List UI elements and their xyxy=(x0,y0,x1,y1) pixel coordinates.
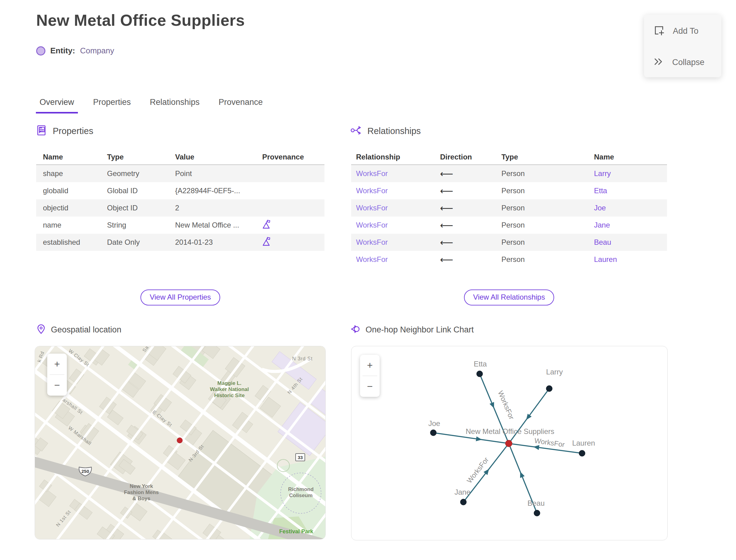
column-header: Type xyxy=(107,153,175,161)
map-pin-icon xyxy=(36,324,46,336)
map-poi-label: RichmondColiseum xyxy=(288,486,313,498)
chart-node-Jane[interactable] xyxy=(460,499,466,505)
column-header: Name xyxy=(594,153,672,161)
tab-overview[interactable]: Overview xyxy=(36,98,78,113)
chart-zoom-control: + − xyxy=(360,355,380,397)
table-header-row: RelationshipDirectionTypeName xyxy=(351,150,667,165)
direction-arrow: ⟵ xyxy=(440,203,501,213)
chart-zoom-out-button[interactable]: − xyxy=(360,376,380,397)
property-value: {A228944F-0EF5-... xyxy=(175,186,262,195)
provenance-flag-icon[interactable] xyxy=(262,236,331,248)
link-chart-section-header: One-hop Neighbor Link Chart xyxy=(350,324,474,336)
properties-icon xyxy=(36,125,48,137)
view-all-properties-button[interactable]: View All Properties xyxy=(140,290,220,305)
relationship-link[interactable]: WorksFor xyxy=(356,186,440,195)
svg-text:250: 250 xyxy=(81,469,89,474)
property-name: name xyxy=(43,221,107,229)
column-header: Name xyxy=(43,153,107,161)
properties-section-header: Properties xyxy=(36,125,93,137)
column-header: Provenance xyxy=(262,153,331,161)
relationship-link[interactable]: WorksFor xyxy=(356,221,440,229)
chart-zoom-in-button[interactable]: + xyxy=(360,355,380,376)
view-all-relationships-button[interactable]: View All Relationships xyxy=(464,290,554,305)
tab-properties[interactable]: Properties xyxy=(90,98,135,113)
add-to-map-icon xyxy=(653,25,665,37)
relationship-type: Person xyxy=(501,238,594,247)
property-value: 2014-01-23 xyxy=(175,238,262,247)
chart-node-label: Beau xyxy=(527,499,545,507)
relationship-type: Person xyxy=(501,169,594,178)
chart-center-node[interactable] xyxy=(505,440,512,447)
chart-node-Lauren[interactable] xyxy=(579,450,585,456)
property-value: 2 xyxy=(175,204,262,212)
relationships-section-title: Relationships xyxy=(367,126,421,136)
entity-type-icon xyxy=(36,46,45,56)
related-entity-link[interactable]: Lauren xyxy=(594,255,672,264)
tab-relationships[interactable]: Relationships xyxy=(146,98,203,113)
property-type: Global ID xyxy=(107,186,175,195)
chevrons-right-icon xyxy=(653,57,664,67)
chart-node-label: Lauren xyxy=(572,439,595,447)
property-value: Point xyxy=(175,169,262,178)
chart-node-Joe[interactable] xyxy=(430,430,436,436)
relationship-row: WorksFor⟵PersonJane xyxy=(351,217,667,234)
highway-shield-33: 33 xyxy=(296,454,305,461)
add-to-button[interactable]: Add To xyxy=(653,25,699,37)
geospatial-section-title: Geospatial location xyxy=(51,325,121,335)
property-value: New Metal Office ... xyxy=(175,221,262,229)
map-zoom-in-button[interactable]: + xyxy=(47,354,67,374)
direction-arrow: ⟵ xyxy=(440,254,501,265)
property-row: nameStringNew Metal Office ... xyxy=(36,217,324,234)
relationship-row: WorksFor⟵PersonLarry xyxy=(351,165,667,182)
property-row: shapeGeometryPoint xyxy=(36,165,324,182)
collapse-button[interactable]: Collapse xyxy=(653,57,704,67)
relationship-type: Person xyxy=(501,255,594,264)
column-header: Value xyxy=(175,153,262,161)
relationship-link[interactable]: WorksFor xyxy=(356,255,440,264)
geospatial-section-header: Geospatial location xyxy=(36,324,121,336)
chart-node-Beau[interactable] xyxy=(534,510,540,516)
map-zoom-control: + − xyxy=(47,354,67,396)
relationship-row: WorksFor⟵PersonLauren xyxy=(351,251,667,268)
relationships-section-header: Relationships xyxy=(350,125,421,137)
relationships-icon xyxy=(350,125,362,137)
entity-badge-row: Entity: Company xyxy=(36,46,114,56)
collapse-label: Collapse xyxy=(672,58,704,67)
chart-node-label: Larry xyxy=(546,368,563,376)
relationship-link[interactable]: WorksFor xyxy=(356,169,440,178)
relationship-link[interactable]: WorksFor xyxy=(356,238,440,247)
geospatial-map[interactable]: 25033W Clay Starshall StW MarshallE Clay… xyxy=(35,346,325,539)
related-entity-link[interactable]: Etta xyxy=(594,186,672,195)
direction-arrow: ⟵ xyxy=(440,168,501,179)
one-hop-link-chart[interactable]: WorksForWorksForWorksForEttaLarryJoeLaur… xyxy=(351,346,667,540)
chart-node-Larry[interactable] xyxy=(546,385,552,392)
tab-provenance[interactable]: Provenance xyxy=(215,98,266,113)
property-name: shape xyxy=(43,169,107,178)
property-type: Object ID xyxy=(107,204,175,212)
property-name: objectid xyxy=(43,204,107,212)
column-header: Type xyxy=(501,153,594,161)
relationship-row: WorksFor⟵PersonEtta xyxy=(351,182,667,199)
provenance-flag-icon[interactable] xyxy=(262,219,331,231)
related-entity-link[interactable]: Beau xyxy=(594,238,672,247)
relationship-link[interactable]: WorksFor xyxy=(356,204,440,212)
property-type: String xyxy=(107,221,175,229)
chart-node-Etta[interactable] xyxy=(477,371,483,377)
related-entity-link[interactable]: Jane xyxy=(594,221,672,229)
geospatial-map-panel: 25033W Clay Starshall StW MarshallE Clay… xyxy=(35,346,326,539)
map-entity-marker[interactable] xyxy=(177,438,182,443)
related-entity-link[interactable]: Joe xyxy=(594,204,672,212)
relationship-type: Person xyxy=(501,204,594,212)
properties-section-title: Properties xyxy=(53,126,93,136)
related-entity-link[interactable]: Larry xyxy=(594,169,672,178)
relationship-row: WorksFor⟵PersonBeau xyxy=(351,234,667,251)
map-zoom-out-button[interactable]: − xyxy=(47,375,67,396)
property-row: globalidGlobal ID{A228944F-0EF5-... xyxy=(36,182,324,199)
properties-table: NameTypeValueProvenanceshapeGeometryPoin… xyxy=(36,150,324,251)
map-street-label: N 3rd St xyxy=(292,356,313,361)
tab-bar: OverviewPropertiesRelationshipsProvenanc… xyxy=(36,98,278,113)
relationship-type: Person xyxy=(501,186,594,195)
relationship-type: Person xyxy=(501,221,594,229)
column-header: Relationship xyxy=(356,153,440,161)
chart-node-label: Joe xyxy=(428,419,440,428)
